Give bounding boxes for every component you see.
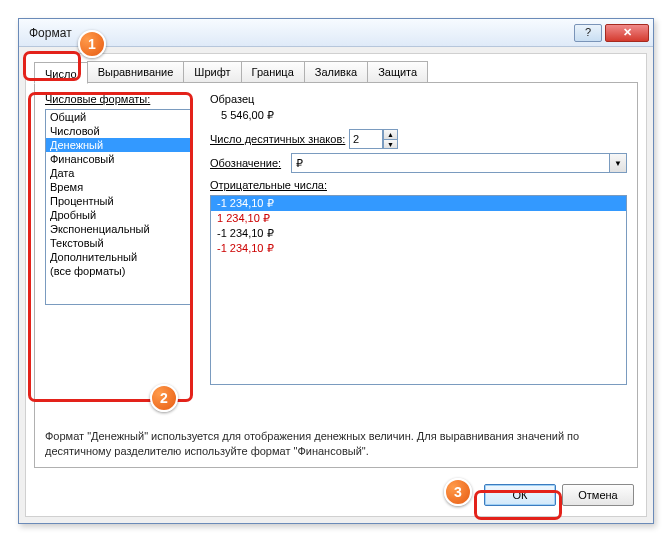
window-buttons: ? ✕ xyxy=(574,24,649,42)
sample-value: 5 546,00 ₽ xyxy=(221,109,274,122)
decimals-input[interactable] xyxy=(349,129,383,149)
tab-граница[interactable]: Граница xyxy=(241,61,305,83)
negative-item[interactable]: -1 234,10 ₽ xyxy=(211,226,626,241)
category-item[interactable]: Процентный xyxy=(46,194,190,208)
category-item[interactable]: (все форматы) xyxy=(46,264,190,278)
negative-item[interactable]: 1 234,10 ₽ xyxy=(211,211,626,226)
category-item[interactable]: Дополнительный xyxy=(46,250,190,264)
chevron-down-icon[interactable]: ▼ xyxy=(609,154,626,172)
decimals-spinner: ▲ ▼ xyxy=(349,129,399,149)
titlebar: Формат ? ✕ xyxy=(19,19,653,47)
sample-label: Образец xyxy=(210,93,254,105)
annotation-callout-1: 1 xyxy=(78,30,106,58)
category-item[interactable]: Общий xyxy=(46,110,190,124)
decimals-label: Число десятичных знаков: xyxy=(210,133,345,145)
dialog-window: Формат ? ✕ ЧислоВыравниваниеШрифтГраница… xyxy=(18,18,654,524)
tab-panel-number: Числовые форматы: ОбщийЧисловойДенежныйФ… xyxy=(34,82,638,468)
tab-число[interactable]: Число xyxy=(34,62,88,84)
negative-item[interactable]: -1 234,10 ₽ xyxy=(211,241,626,256)
categories-label: Числовые форматы: xyxy=(45,93,150,105)
negative-item[interactable]: -1 234,10 ₽ xyxy=(211,196,626,211)
help-button[interactable]: ? xyxy=(574,24,602,42)
spinner-buttons: ▲ ▼ xyxy=(383,129,398,149)
tab-заливка[interactable]: Заливка xyxy=(304,61,368,83)
category-listbox[interactable]: ОбщийЧисловойДенежныйФинансовыйДатаВремя… xyxy=(45,109,191,305)
negative-listbox[interactable]: -1 234,10 ₽1 234,10 ₽-1 234,10 ₽-1 234,1… xyxy=(210,195,627,385)
negative-label: Отрицательные числа: xyxy=(210,179,327,191)
symbol-combobox[interactable]: ₽ ▼ xyxy=(291,153,627,173)
symbol-label: Обозначение: xyxy=(210,157,281,169)
spin-down-icon[interactable]: ▼ xyxy=(383,139,398,149)
cancel-button[interactable]: Отмена xyxy=(562,484,634,506)
category-item[interactable]: Время xyxy=(46,180,190,194)
category-item[interactable]: Денежный xyxy=(46,138,190,152)
tab-strip: ЧислоВыравниваниеШрифтГраницаЗаливкаЗащи… xyxy=(34,60,427,82)
annotation-callout-2: 2 xyxy=(150,384,178,412)
annotation-callout-3: 3 xyxy=(444,478,472,506)
client-area: ЧислоВыравниваниеШрифтГраницаЗаливкаЗащи… xyxy=(25,53,647,517)
category-item[interactable]: Дробный xyxy=(46,208,190,222)
dialog-footer: ОК Отмена xyxy=(484,484,634,506)
tab-защита[interactable]: Защита xyxy=(367,61,428,83)
category-item[interactable]: Дата xyxy=(46,166,190,180)
ok-button[interactable]: ОК xyxy=(484,484,556,506)
spin-up-icon[interactable]: ▲ xyxy=(383,129,398,139)
format-description: Формат "Денежный" используется для отобр… xyxy=(45,429,627,459)
tab-выравнивание[interactable]: Выравнивание xyxy=(87,61,185,83)
symbol-value: ₽ xyxy=(296,157,303,170)
category-item[interactable]: Финансовый xyxy=(46,152,190,166)
close-button[interactable]: ✕ xyxy=(605,24,649,42)
window-title: Формат xyxy=(29,26,574,40)
category-item[interactable]: Экспоненциальный xyxy=(46,222,190,236)
tab-шрифт[interactable]: Шрифт xyxy=(183,61,241,83)
category-item[interactable]: Текстовый xyxy=(46,236,190,250)
category-item[interactable]: Числовой xyxy=(46,124,190,138)
